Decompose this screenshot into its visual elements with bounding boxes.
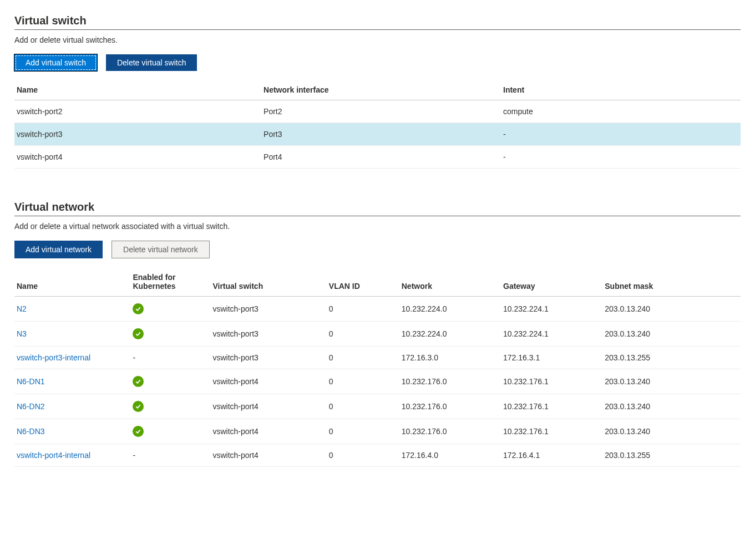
cell-name: N6-DN3 (14, 419, 130, 444)
cell-vlan: 0 (327, 444, 399, 467)
cell-kube (130, 419, 210, 444)
network-name-link[interactable]: N3 (17, 329, 27, 338)
virtual-network-section: Virtual network Add or delete a virtual … (14, 201, 741, 467)
network-name-link[interactable]: N6-DN1 (17, 377, 45, 386)
cell-name: N3 (14, 322, 130, 347)
table-row[interactable]: N6-DN3vswitch-port4010.232.176.010.232.1… (14, 419, 741, 444)
network-name-link[interactable]: N2 (17, 304, 27, 313)
cell-nic: Port2 (261, 100, 501, 123)
col-header-vlan: VLAN ID (327, 267, 399, 297)
cell-mask: 203.0.13.240 (602, 322, 741, 347)
cell-gateway: 172.16.3.1 (501, 347, 602, 369)
network-name-link[interactable]: N6-DN3 (17, 427, 45, 436)
cell-name: vswitch-port2 (14, 100, 261, 123)
network-name-link[interactable]: vswitch-port3-internal (17, 353, 90, 362)
cell-mask: 203.0.13.255 (602, 347, 741, 369)
cell-network: 10.232.176.0 (399, 394, 501, 419)
cell-name: vswitch-port4-internal (14, 444, 130, 467)
cell-network: 10.232.224.0 (399, 297, 501, 322)
cell-vswitch: vswitch-port3 (210, 297, 326, 322)
check-icon (133, 328, 144, 339)
delete-virtual-switch-button[interactable]: Delete virtual switch (106, 54, 197, 71)
cell-network: 10.232.224.0 (399, 322, 501, 347)
cell-intent: compute (501, 100, 741, 123)
check-icon (133, 303, 144, 314)
cell-gateway: 10.232.176.1 (501, 419, 602, 444)
cell-mask: 203.0.13.240 (602, 297, 741, 322)
section-divider (14, 216, 741, 216)
table-row[interactable]: N2vswitch-port3010.232.224.010.232.224.1… (14, 297, 741, 322)
table-row[interactable]: vswitch-port2Port2compute (14, 100, 741, 123)
cell-vswitch: vswitch-port4 (210, 419, 326, 444)
check-icon (133, 426, 144, 437)
section-description: Add or delete virtual switches. (14, 35, 741, 44)
cell-kube (130, 322, 210, 347)
col-header-intent: Intent (501, 80, 741, 100)
cell-vlan: 0 (327, 369, 399, 394)
check-icon (133, 401, 144, 412)
section-divider (14, 29, 741, 30)
col-header-kube: Enabled for Kubernetes (130, 267, 210, 297)
col-header-mask: Subnet mask (602, 267, 741, 297)
cell-mask: 203.0.13.240 (602, 419, 741, 444)
col-header-gateway: Gateway (501, 267, 602, 297)
add-virtual-switch-button[interactable]: Add virtual switch (14, 54, 97, 71)
cell-gateway: 10.232.224.1 (501, 297, 602, 322)
check-icon (133, 376, 144, 387)
table-row[interactable]: vswitch-port3-internal-vswitch-port30172… (14, 347, 741, 369)
cell-vlan: 0 (327, 322, 399, 347)
section-description: Add or delete a virtual network associat… (14, 222, 741, 231)
table-row[interactable]: vswitch-port3Port3- (14, 123, 741, 146)
cell-gateway: 10.232.176.1 (501, 394, 602, 419)
network-name-link[interactable]: N6-DN2 (17, 402, 45, 411)
cell-network: 172.16.4.0 (399, 444, 501, 467)
cell-vswitch: vswitch-port3 (210, 347, 326, 369)
delete-virtual-network-button[interactable]: Delete virtual network (112, 241, 210, 258)
cell-network: 172.16.3.0 (399, 347, 501, 369)
virtual-switch-section: Virtual switch Add or delete virtual swi… (14, 14, 741, 169)
switch-button-row: Add virtual switch Delete virtual switch (14, 54, 741, 71)
cell-name: N2 (14, 297, 130, 322)
cell-kube (130, 394, 210, 419)
cell-mask: 203.0.13.255 (602, 444, 741, 467)
cell-kube (130, 297, 210, 322)
cell-network: 10.232.176.0 (399, 369, 501, 394)
table-row[interactable]: vswitch-port4-internal-vswitch-port40172… (14, 444, 741, 467)
col-header-nic: Network interface (261, 80, 501, 100)
network-name-link[interactable]: vswitch-port4-internal (17, 451, 90, 460)
virtual-switch-table: Name Network interface Intent vswitch-po… (14, 80, 741, 169)
cell-vlan: 0 (327, 297, 399, 322)
cell-vswitch: vswitch-port4 (210, 394, 326, 419)
cell-intent: - (501, 123, 741, 146)
cell-gateway: 172.16.4.1 (501, 444, 602, 467)
cell-kube: - (130, 444, 210, 467)
cell-gateway: 10.232.176.1 (501, 369, 602, 394)
cell-network: 10.232.176.0 (399, 419, 501, 444)
cell-vlan: 0 (327, 394, 399, 419)
cell-name: N6-DN1 (14, 369, 130, 394)
cell-kube (130, 369, 210, 394)
cell-vswitch: vswitch-port4 (210, 444, 326, 467)
add-virtual-network-button[interactable]: Add virtual network (14, 241, 103, 258)
cell-nic: Port3 (261, 123, 501, 146)
cell-nic: Port4 (261, 146, 501, 169)
table-row[interactable]: vswitch-port4Port4- (14, 146, 741, 169)
cell-name: vswitch-port3-internal (14, 347, 130, 369)
col-header-vswitch: Virtual switch (210, 267, 326, 297)
table-row[interactable]: N3vswitch-port3010.232.224.010.232.224.1… (14, 322, 741, 347)
section-title: Virtual network (14, 201, 741, 215)
table-row[interactable]: N6-DN1vswitch-port4010.232.176.010.232.1… (14, 369, 741, 394)
col-header-name: Name (14, 267, 130, 297)
cell-mask: 203.0.13.240 (602, 369, 741, 394)
virtual-network-table: Name Enabled for Kubernetes Virtual swit… (14, 267, 741, 467)
cell-gateway: 10.232.224.1 (501, 322, 602, 347)
cell-name: vswitch-port3 (14, 123, 261, 146)
cell-vlan: 0 (327, 347, 399, 369)
col-header-name: Name (14, 80, 261, 100)
cell-vswitch: vswitch-port3 (210, 322, 326, 347)
cell-vlan: 0 (327, 419, 399, 444)
cell-intent: - (501, 146, 741, 169)
table-row[interactable]: N6-DN2vswitch-port4010.232.176.010.232.1… (14, 394, 741, 419)
section-title: Virtual switch (14, 14, 741, 28)
col-header-network: Network (399, 267, 501, 297)
